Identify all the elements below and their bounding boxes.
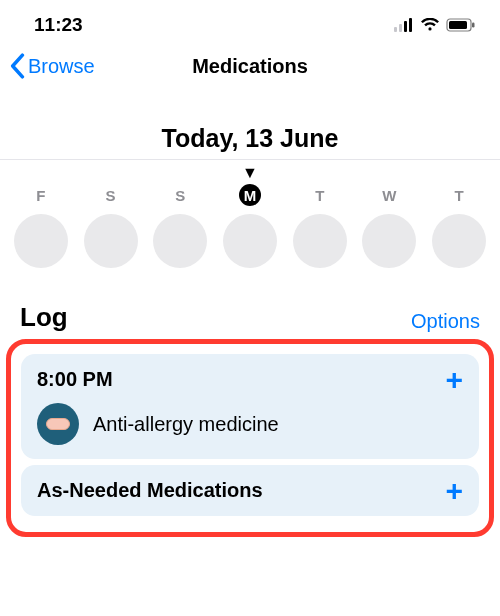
week-day-dots	[0, 206, 500, 268]
day-dot[interactable]	[223, 214, 277, 268]
day-label-selected[interactable]: M	[215, 184, 285, 206]
as-needed-label: As-Needed Medications	[37, 479, 263, 502]
scheduled-card[interactable]: 8:00 PM + Anti-allergy medicine	[21, 354, 479, 459]
back-label: Browse	[28, 55, 95, 78]
status-time: 11:23	[34, 14, 83, 36]
svg-rect-0	[394, 27, 397, 32]
day-dot[interactable]	[293, 214, 347, 268]
medication-row[interactable]: Anti-allergy medicine	[37, 403, 463, 445]
day-label[interactable]: S	[76, 184, 146, 206]
pill-icon	[37, 403, 79, 445]
as-needed-card[interactable]: As-Needed Medications +	[21, 465, 479, 516]
svg-rect-1	[399, 24, 402, 32]
day-label[interactable]: W	[355, 184, 425, 206]
status-bar: 11:23	[0, 0, 500, 42]
log-header: Log Options	[0, 268, 500, 337]
battery-icon	[446, 18, 476, 32]
svg-rect-2	[404, 21, 407, 32]
log-title: Log	[20, 302, 68, 333]
date-heading: Today, 13 June	[0, 124, 500, 153]
day-label[interactable]: T	[424, 184, 494, 206]
day-dot[interactable]	[84, 214, 138, 268]
page-title: Medications	[192, 55, 308, 78]
selection-caret-row: ▼	[0, 164, 500, 182]
add-scheduled-button[interactable]: +	[445, 370, 463, 390]
chevron-left-icon	[8, 53, 26, 79]
week-day-labels: F S S M T W T	[0, 182, 500, 206]
svg-rect-5	[449, 21, 467, 29]
week-selector: ▼ F S S M T W T	[0, 159, 500, 268]
svg-rect-3	[409, 18, 412, 32]
medication-name: Anti-allergy medicine	[93, 413, 279, 436]
svg-rect-6	[472, 23, 475, 28]
day-label[interactable]: S	[145, 184, 215, 206]
cellular-icon	[394, 18, 414, 32]
day-label[interactable]: F	[6, 184, 76, 206]
wifi-icon	[420, 18, 440, 32]
add-as-needed-button[interactable]: +	[445, 481, 463, 501]
day-label[interactable]: T	[285, 184, 355, 206]
log-highlight-box: 8:00 PM + Anti-allergy medicine As-Neede…	[6, 339, 494, 537]
caret-down-icon: ▼	[242, 164, 258, 181]
scheduled-time: 8:00 PM	[37, 368, 113, 391]
status-indicators	[394, 18, 476, 32]
day-dot[interactable]	[362, 214, 416, 268]
day-dot[interactable]	[14, 214, 68, 268]
nav-bar: Browse Medications	[0, 42, 500, 90]
back-button[interactable]: Browse	[8, 53, 95, 79]
day-dot[interactable]	[432, 214, 486, 268]
scheduled-card-header: 8:00 PM +	[37, 368, 463, 391]
options-button[interactable]: Options	[411, 310, 480, 333]
day-dot[interactable]	[153, 214, 207, 268]
